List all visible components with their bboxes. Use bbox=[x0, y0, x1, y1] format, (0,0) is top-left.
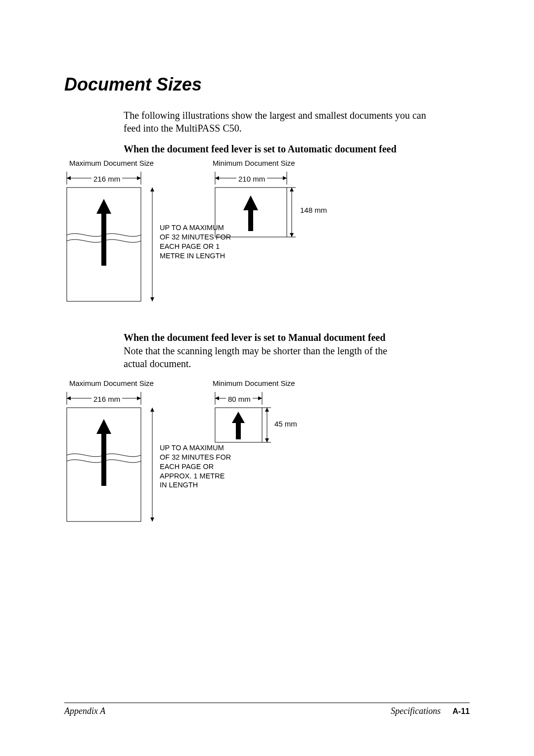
page-heading: Document Sizes bbox=[64, 74, 470, 95]
svg-marker-42 bbox=[232, 412, 245, 423]
auto-min-title: Minimum Document Size bbox=[213, 159, 295, 167]
svg-marker-10 bbox=[150, 297, 154, 301]
svg-marker-31 bbox=[96, 419, 111, 434]
svg-rect-6 bbox=[101, 211, 106, 266]
svg-marker-39 bbox=[258, 396, 262, 400]
footer-appendix: Appendix A bbox=[64, 706, 105, 716]
svg-marker-46 bbox=[265, 408, 269, 412]
auto-max-height-dim bbox=[147, 188, 157, 301]
manual-max-height-dim bbox=[147, 408, 157, 521]
svg-marker-47 bbox=[265, 438, 269, 442]
svg-marker-33 bbox=[150, 408, 154, 412]
manual-max-title: Maximum Document Size bbox=[69, 379, 154, 387]
auto-subhead: When the document feed lever is set to A… bbox=[64, 143, 470, 155]
manual-min-height-label: 45 mm bbox=[274, 420, 297, 428]
page-footer: Appendix A Specifications A-11 bbox=[64, 703, 470, 716]
auto-max-title: Maximum Document Size bbox=[69, 159, 154, 167]
footer-rule bbox=[64, 703, 470, 703]
auto-max-width-label: 216 mm bbox=[91, 175, 122, 183]
svg-marker-34 bbox=[150, 518, 154, 521]
auto-figures: Maximum Document Size Minimum Document S… bbox=[64, 159, 470, 312]
svg-marker-14 bbox=[215, 176, 219, 180]
intro-paragraph: The following illustrations show the lar… bbox=[64, 109, 470, 135]
auto-min-width-label: 210 mm bbox=[236, 175, 267, 183]
auto-max-diagram bbox=[64, 172, 143, 305]
footer-section-name: Specifications bbox=[391, 706, 441, 716]
manual-subhead: When the document feed lever is set to M… bbox=[64, 332, 470, 343]
svg-marker-23 bbox=[290, 233, 294, 237]
manual-min-title: Minimum Document Size bbox=[213, 379, 295, 387]
manual-max-width-label: 216 mm bbox=[91, 395, 122, 403]
svg-marker-38 bbox=[215, 396, 219, 400]
svg-rect-30 bbox=[101, 431, 106, 486]
svg-marker-15 bbox=[283, 176, 287, 180]
footer-page-number: A-11 bbox=[452, 707, 470, 715]
svg-rect-41 bbox=[236, 421, 241, 439]
svg-marker-4 bbox=[137, 176, 141, 180]
svg-marker-9 bbox=[150, 188, 154, 191]
auto-min-height-label: 148 mm bbox=[300, 206, 327, 214]
svg-marker-27 bbox=[67, 396, 71, 400]
manual-min-width-label: 80 mm bbox=[226, 395, 253, 403]
manual-figures: Maximum Document Size Minimum Document S… bbox=[64, 379, 470, 532]
svg-rect-17 bbox=[248, 209, 253, 231]
svg-marker-3 bbox=[67, 176, 71, 180]
manual-page: Document Sizes The following illustratio… bbox=[0, 0, 534, 756]
manual-max-diagram bbox=[64, 392, 143, 525]
manual-note-paragraph: Note that the scanning length may be sho… bbox=[64, 344, 470, 370]
svg-marker-28 bbox=[137, 396, 141, 400]
svg-marker-22 bbox=[290, 188, 294, 191]
svg-marker-18 bbox=[243, 195, 258, 210]
svg-marker-7 bbox=[96, 199, 111, 214]
